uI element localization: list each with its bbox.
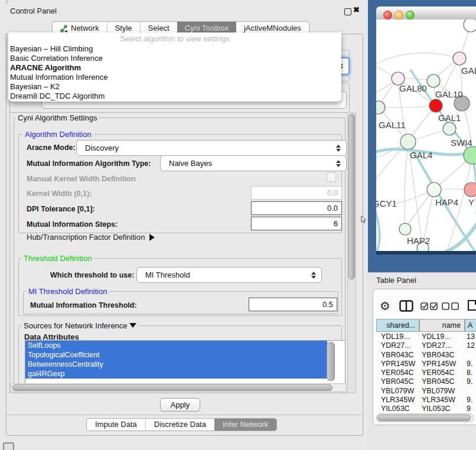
network-view-canvas[interactable]: GALGAL80GAL10GAL1GAL11SWI4GAL4GCY1HAP4YH… <box>376 19 476 251</box>
table-row[interactable]: YDR27...YDR27...12 <box>376 341 476 350</box>
apply-button[interactable]: Apply <box>160 398 200 412</box>
mi-steps-field[interactable]: 6 <box>251 217 342 230</box>
algorithm-definition-title: Algorithm Definition <box>23 130 93 139</box>
mi-threshold-label: Mutual Information Threshold: <box>30 301 137 309</box>
settings-horizontal-scrollbar-thumb[interactable] <box>12 384 332 391</box>
list-vertical-scrollbar[interactable] <box>327 342 335 381</box>
network-edge <box>376 188 380 251</box>
node-label-hap4: HAP4 <box>435 197 458 207</box>
network-node[interactable] <box>464 182 476 197</box>
attribute-item-betweennesscentrality[interactable]: BetweennessCentrality <box>25 360 327 369</box>
hub-definition-toggle[interactable]: Hub/Transcription Factor Definition <box>27 233 155 242</box>
close-window-icon[interactable] <box>383 11 392 19</box>
manual-kernel-label: Manual Kernel Width Definition <box>27 175 136 183</box>
algorithm-option-basic-correlation-inference[interactable]: Basic Correlation Inference <box>8 54 341 63</box>
attribute-item-gal4rgexp[interactable]: gal4RGexp <box>25 369 327 379</box>
minimize-window-icon[interactable] <box>395 11 403 19</box>
kernel-width-label: Kernel Width (0,1): <box>27 190 92 198</box>
network-window-shadow <box>376 251 476 255</box>
table-row[interactable]: YPR145WYPR145W9. <box>376 360 476 369</box>
gear-icon[interactable]: ⚙ <box>380 299 390 313</box>
attribute-item-selfloops[interactable]: SelfLoops <box>25 341 327 350</box>
algorithm-option-dream8-dc-tdc-algorithm[interactable]: Dream8 DC_TDC Algorithm <box>8 92 341 101</box>
table-body: YDL19...YDL19...13YDR27...YDR27...12YBR0… <box>376 332 476 413</box>
algorithm-option-aracne-algorithm[interactable]: ARACNE Algorithm <box>8 63 341 73</box>
stepper-icon <box>336 145 341 152</box>
cell-value: 9. <box>465 360 472 369</box>
zoom-window-icon[interactable] <box>406 11 415 19</box>
table-row[interactable]: YER054CYER054C8. <box>376 369 476 377</box>
sources-group-title[interactable]: Sources for Network Inference <box>22 321 138 330</box>
network-node[interactable] <box>443 122 456 135</box>
mi-threshold-field[interactable]: 0.5 <box>249 298 337 311</box>
cell-name: YIL053C <box>419 405 465 413</box>
attribute-item-topologicalcoefficient[interactable]: TopologicalCoefficient <box>25 350 327 360</box>
bottom-tab-impute-data[interactable]: Impute Data <box>86 418 145 431</box>
node-label-gal80: GAL80 <box>399 83 427 93</box>
cell-name: YBL079W <box>419 387 465 396</box>
close-panel-icon[interactable]: ✖ <box>353 5 360 14</box>
table-horizontal-scrollbar-thumb[interactable] <box>377 415 471 421</box>
network-edge <box>405 142 408 229</box>
node-label-hap2: HAP2 <box>407 236 430 246</box>
cell-name: YBR043C <box>419 351 465 360</box>
collapsed-panel-icon[interactable] <box>3 442 14 450</box>
algorithm-option-bayesian-hill-climbing[interactable]: Bayesian – Hill Climbing <box>8 44 341 54</box>
network-node[interactable] <box>400 134 416 149</box>
network-icon <box>60 25 68 32</box>
cell-value: 9 <box>465 405 471 413</box>
divider <box>6 415 361 415</box>
column-header-a[interactable]: A <box>465 319 476 332</box>
table-row[interactable]: YLR345WYLR345W9. <box>376 396 476 405</box>
network-node[interactable] <box>376 101 385 114</box>
cell-name: YBR045C <box>419 377 465 386</box>
network-node[interactable] <box>427 74 440 87</box>
bottom-tab-infer-network[interactable]: Infer Network <box>214 418 277 431</box>
dpi-tolerance-field[interactable]: 0.0 <box>251 201 342 215</box>
cell-name: YER054C <box>419 369 465 377</box>
aracne-mode-combo[interactable]: Discovery <box>76 140 347 156</box>
kernel-width-field[interactable]: 0.0 <box>251 186 342 200</box>
column-header-name[interactable]: name <box>419 319 465 332</box>
mi-steps-label: Mutual Information Steps: <box>27 220 118 229</box>
sources-title-label: Sources for Network Inference <box>24 321 128 330</box>
column-header-shared[interactable]: shared... <box>376 319 419 332</box>
cell-name: YDR27... <box>419 341 465 350</box>
cell-value: 8. <box>465 369 472 377</box>
network-node[interactable] <box>429 99 442 112</box>
unchecked-pair-icon[interactable] <box>442 302 459 310</box>
table-row[interactable]: YIL053CYIL053C9 <box>376 405 476 413</box>
chevron-down-icon <box>129 323 136 328</box>
cell-value: 13 <box>465 332 475 341</box>
cell-shared-name: YBL079W <box>376 387 419 396</box>
algorithm-option-mutual-information-inference[interactable]: Mutual Information Inference <box>8 73 341 82</box>
cell-name: YLR345W <box>419 396 465 405</box>
settings-vertical-scrollbar-thumb[interactable] <box>348 114 355 279</box>
cell-value: 9. <box>465 377 472 386</box>
algorithm-option-bayesian-k2[interactable]: Bayesian – K2 <box>8 82 341 92</box>
network-node[interactable] <box>464 19 476 32</box>
which-threshold-combo[interactable]: MI Threshold <box>136 267 322 283</box>
document-icon[interactable] <box>467 299 476 312</box>
threshold-definition-title: Threshold Definition <box>22 254 94 263</box>
checked-pair-icon[interactable] <box>420 302 438 310</box>
cell-value: 12 <box>465 341 475 350</box>
table-row[interactable]: YDL19...YDL19...13 <box>376 332 476 341</box>
bottom-tab-discretize-data[interactable]: Discretize Data <box>145 418 214 431</box>
mi-type-combo[interactable]: Naive Bayes <box>160 155 347 171</box>
application-window: Control Panel ✖ NetworkStyleSelectCyni T… <box>0 0 476 450</box>
float-panel-icon[interactable] <box>344 8 351 15</box>
network-node[interactable] <box>427 182 441 197</box>
network-node[interactable] <box>399 223 411 235</box>
manual-kernel-checkbox[interactable] <box>327 172 336 182</box>
network-node[interactable] <box>453 52 466 65</box>
cell-name: YPR145W <box>419 360 465 369</box>
table-row[interactable]: YBR045CYBR045C9. <box>376 377 476 386</box>
table-row[interactable]: YBR043CYBR043C <box>376 351 476 360</box>
mouse-cursor <box>361 216 367 224</box>
cell-name: YDL19... <box>419 332 465 341</box>
cell-value <box>465 351 467 360</box>
table-row[interactable]: YBL079WYBL079W <box>376 387 476 396</box>
columns-icon[interactable] <box>399 300 413 312</box>
network-window-titlebar[interactable] <box>376 6 476 20</box>
